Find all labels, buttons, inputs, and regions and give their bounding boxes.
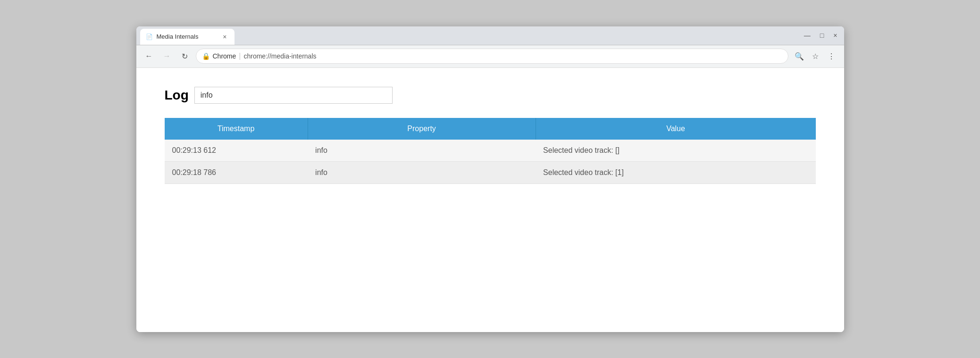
close-button[interactable]: × <box>830 30 840 41</box>
table-row: 00:29:13 612infoSelected video track: [] <box>165 140 816 162</box>
forward-button[interactable]: → <box>160 49 174 63</box>
url-text: chrome://media-internals <box>243 52 782 60</box>
tab-close-button[interactable]: × <box>221 32 228 42</box>
site-label: Chrome <box>213 52 236 60</box>
toolbar-actions: 🔍 ☆ ⋮ <box>792 49 838 63</box>
back-button[interactable]: ← <box>142 49 156 63</box>
toolbar: ← → ↻ 🔒 Chrome | chrome://media-internal… <box>136 45 844 68</box>
active-tab[interactable]: 📄 Media Internals × <box>140 29 235 45</box>
address-separator: | <box>239 52 241 60</box>
security-icon: 🔒 <box>202 52 210 60</box>
browser-window: 📄 Media Internals × — □ × ← → ↻ 🔒 Chrome… <box>136 26 844 332</box>
log-label: Log <box>165 88 189 103</box>
cell-property: info <box>308 161 536 183</box>
cell-property: info <box>308 140 536 162</box>
header-property: Property <box>308 118 536 140</box>
table-header-row: Timestamp Property Value <box>165 118 816 140</box>
tab-title: Media Internals <box>157 33 218 40</box>
header-timestamp: Timestamp <box>165 118 308 140</box>
tab-area: 📄 Media Internals × <box>140 26 801 45</box>
window-controls: — □ × <box>801 30 840 41</box>
page-content: Log Timestamp Property Value 00:29:13 61… <box>136 68 844 332</box>
cell-value: Selected video track: [] <box>536 140 815 162</box>
reload-button[interactable]: ↻ <box>178 49 192 63</box>
menu-button[interactable]: ⋮ <box>824 49 838 63</box>
cell-timestamp: 00:29:13 612 <box>165 140 308 162</box>
cell-value: Selected video track: [1] <box>536 161 815 183</box>
tab-page-icon: 📄 <box>146 33 153 40</box>
minimize-button[interactable]: — <box>801 30 813 41</box>
title-bar: 📄 Media Internals × — □ × <box>136 26 844 45</box>
log-section: Log <box>165 87 816 104</box>
bookmark-button[interactable]: ☆ <box>808 49 822 63</box>
log-filter-input[interactable] <box>194 87 393 104</box>
table-row: 00:29:18 786infoSelected video track: [1… <box>165 161 816 183</box>
maximize-button[interactable]: □ <box>817 30 827 41</box>
cell-timestamp: 00:29:18 786 <box>165 161 308 183</box>
log-table: Timestamp Property Value 00:29:13 612inf… <box>165 118 816 184</box>
header-value: Value <box>536 118 815 140</box>
search-button[interactable]: 🔍 <box>792 49 806 63</box>
address-bar[interactable]: 🔒 Chrome | chrome://media-internals <box>196 49 788 64</box>
